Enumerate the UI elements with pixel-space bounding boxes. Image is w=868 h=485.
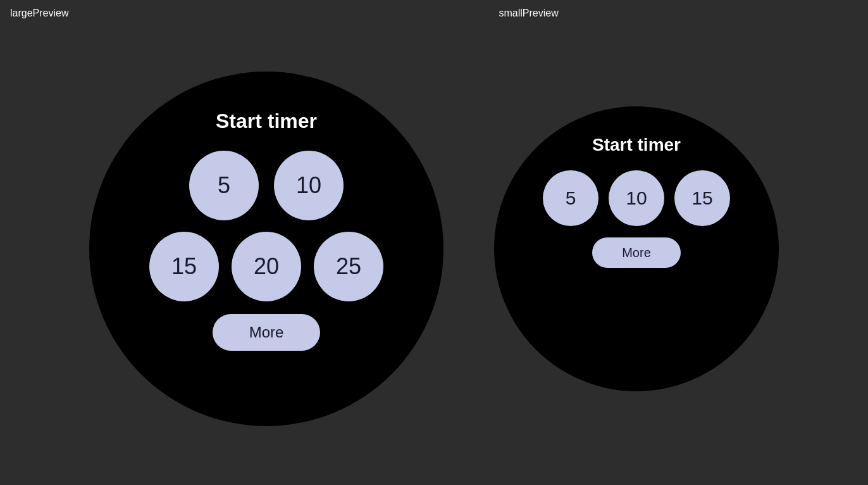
small-row-1: 5 10 15 (543, 170, 730, 226)
small-timer-btn-15[interactable]: 15 (674, 170, 730, 226)
large-watch-face: Start timer 5 10 15 20 25 More (89, 72, 443, 426)
large-timer-btn-10[interactable]: 10 (274, 151, 344, 220)
small-timer-btn-5[interactable]: 5 (543, 170, 598, 226)
large-preview-label: largePreview (10, 8, 68, 19)
large-timer-btn-20[interactable]: 20 (232, 232, 301, 301)
small-more-button[interactable]: More (592, 237, 681, 268)
large-timer-btn-25[interactable]: 25 (314, 232, 383, 301)
large-timer-btn-15[interactable]: 15 (149, 232, 219, 301)
large-row-2: 15 20 25 (149, 232, 383, 301)
small-watch-title: Start timer (592, 135, 681, 155)
small-timer-btn-10[interactable]: 10 (609, 170, 664, 226)
large-watch-title: Start timer (216, 110, 317, 133)
large-row-1: 5 10 (189, 151, 344, 220)
small-watch-face: Start timer 5 10 15 More (494, 106, 779, 391)
large-more-button[interactable]: More (213, 314, 320, 351)
large-timer-btn-5[interactable]: 5 (189, 151, 259, 220)
small-preview-label: smallPreview (499, 8, 558, 19)
previews-container: Start timer 5 10 15 20 25 More Start tim… (0, 19, 868, 485)
